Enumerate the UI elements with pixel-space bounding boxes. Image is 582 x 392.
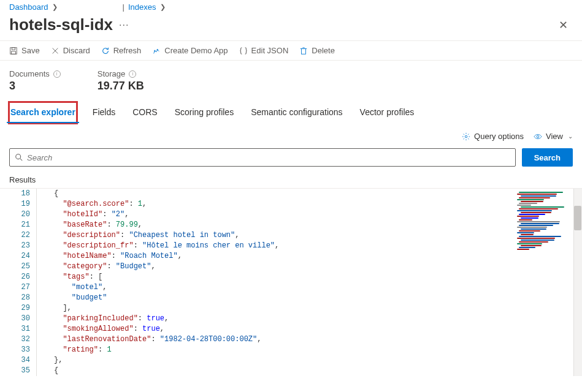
storage-value: 19.77 KB bbox=[98, 80, 144, 92]
discard-label: Discard bbox=[63, 46, 90, 55]
line-gutter: 181920212223242526272829303132333435 bbox=[0, 189, 37, 376]
minimap-line bbox=[517, 205, 531, 206]
search-button[interactable]: Search bbox=[522, 148, 573, 167]
tab-fields[interactable]: Fields bbox=[91, 102, 117, 123]
view-dropdown[interactable]: View ⌄ bbox=[534, 132, 573, 141]
code-line: "hotelId": "2", bbox=[54, 209, 515, 220]
line-number: 31 bbox=[0, 324, 30, 334]
line-number: 30 bbox=[0, 314, 30, 324]
storage-label: Storage bbox=[98, 69, 126, 78]
search-box[interactable] bbox=[9, 148, 516, 167]
create-demo-button[interactable]: Create Demo App bbox=[152, 46, 228, 55]
query-options-label: Query options bbox=[474, 132, 524, 141]
line-number: 26 bbox=[0, 272, 30, 282]
minimap-line bbox=[517, 238, 555, 239]
minimap-line bbox=[519, 219, 532, 221]
minimap-line bbox=[521, 234, 534, 235]
svg-point-12 bbox=[16, 154, 21, 159]
info-icon[interactable]: i bbox=[129, 70, 136, 78]
documents-label: Documents bbox=[9, 69, 50, 78]
results-label: Results bbox=[0, 173, 582, 188]
minimap-line bbox=[517, 243, 542, 244]
tab-semantic-configurations[interactable]: Semantic configurations bbox=[250, 102, 343, 123]
tab-cors[interactable]: CORS bbox=[131, 102, 158, 123]
line-number: 25 bbox=[0, 262, 30, 272]
stats-row: Documents i 3 Storage i 19.77 KB bbox=[0, 61, 582, 102]
line-number: 32 bbox=[0, 334, 30, 345]
svg-point-11 bbox=[537, 135, 539, 138]
svg-rect-1 bbox=[12, 47, 15, 50]
toolbar: Save Discard Refresh Create Demo App Edi… bbox=[0, 40, 582, 61]
minimap-line bbox=[519, 241, 548, 243]
refresh-button[interactable]: Refresh bbox=[101, 46, 142, 55]
tabs: Search explorer Fields CORS Scoring prof… bbox=[0, 102, 582, 123]
create-demo-label: Create Demo App bbox=[164, 46, 228, 55]
minimap-line bbox=[517, 194, 557, 195]
code-line: { bbox=[54, 366, 515, 376]
eye-icon bbox=[534, 132, 542, 141]
minimap-line bbox=[519, 192, 563, 193]
query-options-button[interactable]: Query options bbox=[462, 132, 524, 141]
actions-row: Query options View ⌄ bbox=[0, 123, 582, 146]
minimap-line bbox=[517, 249, 529, 250]
storage-stat: Storage i 19.77 KB bbox=[98, 69, 144, 92]
chevron-down-icon: ⌄ bbox=[568, 133, 573, 140]
discard-icon bbox=[51, 47, 59, 55]
edit-json-button[interactable]: Edit JSON bbox=[239, 46, 289, 55]
minimap-scrollbar[interactable] bbox=[573, 189, 582, 376]
gear-icon bbox=[462, 132, 470, 141]
minimap-line bbox=[519, 208, 558, 209]
save-label: Save bbox=[21, 46, 40, 55]
code-line: "budget" bbox=[54, 293, 515, 303]
minimap-line bbox=[521, 228, 546, 230]
line-number: 34 bbox=[0, 355, 30, 366]
code-line: "parkingIncluded": true, bbox=[54, 314, 515, 324]
documents-stat: Documents i 3 bbox=[9, 69, 61, 92]
code-editor[interactable]: 181920212223242526272829303132333435 { "… bbox=[0, 188, 582, 376]
minimap-line bbox=[519, 236, 561, 237]
save-button[interactable]: Save bbox=[9, 46, 40, 55]
delete-button[interactable]: Delete bbox=[299, 46, 335, 55]
line-number: 29 bbox=[0, 303, 30, 314]
line-number: 28 bbox=[0, 293, 30, 303]
line-number: 24 bbox=[0, 251, 30, 262]
minimap-line bbox=[517, 199, 544, 200]
search-input[interactable] bbox=[27, 153, 510, 162]
breadcrumb-dashboard[interactable]: Dashboard bbox=[9, 2, 48, 12]
minimap-line bbox=[521, 201, 543, 202]
svg-line-13 bbox=[20, 159, 23, 161]
breadcrumb: Dashboard ❯ | Indexes ❯ bbox=[0, 0, 582, 12]
code-line: "rating": 1 bbox=[54, 345, 515, 355]
info-icon[interactable]: i bbox=[53, 70, 61, 78]
tab-search-explorer[interactable]: Search explorer bbox=[9, 102, 77, 123]
line-number: 35 bbox=[0, 366, 30, 376]
minimap-line bbox=[517, 232, 534, 233]
minimap-line bbox=[517, 221, 560, 222]
scrollbar-thumb[interactable] bbox=[574, 206, 581, 230]
refresh-label: Refresh bbox=[113, 46, 142, 55]
documents-value: 3 bbox=[9, 80, 61, 92]
minimap-line bbox=[521, 212, 551, 213]
minimap-line bbox=[519, 247, 535, 248]
svg-point-10 bbox=[465, 135, 467, 138]
discard-button[interactable]: Discard bbox=[51, 46, 90, 55]
code-line: "hotelName": "Roach Motel", bbox=[54, 251, 515, 262]
divider-pipe: | bbox=[123, 2, 124, 12]
more-actions-ellipsis[interactable]: ··· bbox=[119, 20, 129, 31]
create-demo-icon bbox=[152, 47, 161, 55]
delete-icon bbox=[299, 47, 308, 55]
minimap-line bbox=[521, 206, 564, 208]
refresh-icon bbox=[101, 47, 110, 55]
code-content[interactable]: { "@search.score": 1, "hotelId": "2", "b… bbox=[37, 189, 515, 376]
minimap-line bbox=[521, 223, 559, 224]
line-number: 23 bbox=[0, 241, 30, 251]
minimap[interactable] bbox=[515, 189, 582, 376]
tab-scoring-profiles[interactable]: Scoring profiles bbox=[174, 102, 235, 123]
code-line: { bbox=[54, 189, 515, 199]
close-icon[interactable]: ✕ bbox=[554, 16, 573, 34]
breadcrumb-indexes[interactable]: Indexes bbox=[128, 2, 156, 12]
code-line: "category": "Budget", bbox=[54, 262, 515, 272]
tab-vector-profiles[interactable]: Vector profiles bbox=[359, 102, 416, 123]
svg-rect-7 bbox=[302, 48, 306, 54]
line-number: 18 bbox=[0, 189, 30, 199]
